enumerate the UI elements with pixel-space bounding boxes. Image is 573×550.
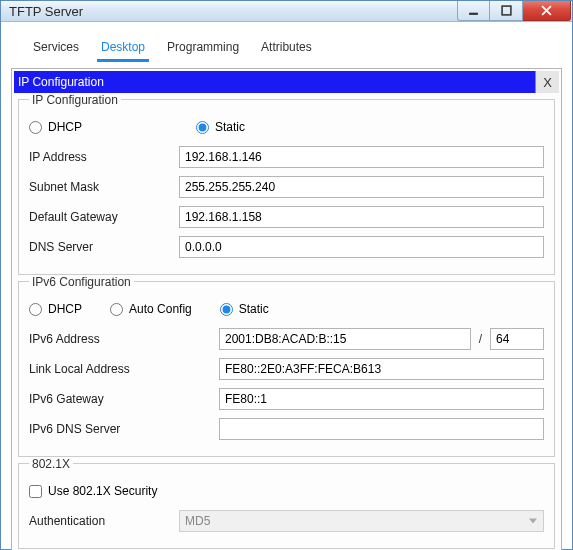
input-ipv6-address[interactable] — [219, 328, 471, 350]
ipv6-mode-row: DHCP Auto Config Static — [29, 296, 544, 322]
ipv4-dhcp-radio[interactable]: DHCP — [29, 120, 82, 134]
input-dns-server[interactable] — [179, 236, 544, 258]
input-link-local[interactable] — [219, 358, 544, 380]
ipv6-prefix-slash: / — [477, 332, 484, 346]
ipv4-static-label: Static — [215, 120, 245, 134]
label-link-local: Link Local Address — [29, 362, 219, 376]
fieldset-8021x: 802.1X Use 802.1X Security Authenticatio… — [18, 463, 555, 549]
ipv6-dhcp-label: DHCP — [48, 302, 82, 316]
panel-title: IP Configuration — [18, 75, 104, 89]
select-authentication: MD5 — [179, 510, 544, 532]
ipv6-dhcp-radio[interactable]: DHCP — [29, 302, 82, 316]
tab-desktop[interactable]: Desktop — [99, 36, 147, 62]
window-controls — [457, 1, 572, 21]
ipv6-static-radio[interactable]: Static — [220, 302, 269, 316]
tab-programming[interactable]: Programming — [165, 36, 241, 62]
window-title: TFTP Server — [9, 4, 83, 19]
content-scroll[interactable]: IP Configuration X IP Configuration DHCP — [12, 69, 561, 550]
checkbox-use-8021x[interactable] — [29, 485, 42, 498]
label-authentication: Authentication — [29, 514, 179, 528]
fieldset-ipv6: IPv6 Configuration DHCP Auto Config — [18, 281, 555, 457]
input-default-gateway[interactable] — [179, 206, 544, 228]
legend-8021x: 802.1X — [29, 457, 73, 471]
ipv6-auto-radio[interactable]: Auto Config — [110, 302, 192, 316]
ipv6-static-label: Static — [239, 302, 269, 316]
ipv6-static-input[interactable] — [220, 303, 233, 316]
label-ip-address: IP Address — [29, 150, 179, 164]
label-dns-server: DNS Server — [29, 240, 179, 254]
ipv6-auto-label: Auto Config — [129, 302, 192, 316]
maximize-button[interactable] — [490, 1, 523, 21]
ipv4-dhcp-input[interactable] — [29, 121, 42, 134]
label-default-gateway: Default Gateway — [29, 210, 179, 224]
panel-header: IP Configuration X — [14, 71, 559, 93]
close-button[interactable] — [523, 1, 571, 21]
input-subnet-mask[interactable] — [179, 176, 544, 198]
label-use-8021x: Use 802.1X Security — [48, 484, 157, 498]
ipv4-static-input[interactable] — [196, 121, 209, 134]
titlebar: TFTP Server — [1, 1, 572, 22]
tabstrip: Services Desktop Programming Attributes — [1, 22, 572, 62]
label-ipv6-dns: IPv6 DNS Server — [29, 422, 219, 436]
label-subnet-mask: Subnet Mask — [29, 180, 179, 194]
svg-rect-1 — [502, 6, 511, 15]
tab-services[interactable]: Services — [31, 36, 81, 62]
input-ipv6-gateway[interactable] — [219, 388, 544, 410]
ipv4-dhcp-label: DHCP — [48, 120, 82, 134]
ipv6-dhcp-input[interactable] — [29, 303, 42, 316]
label-ipv6-address: IPv6 Address — [29, 332, 219, 346]
fieldset-ipv4: IP Configuration DHCP Static — [18, 99, 555, 275]
panel-close-button[interactable]: X — [535, 71, 559, 93]
input-ipv6-dns[interactable] — [219, 418, 544, 440]
legend-ipv6: IPv6 Configuration — [29, 275, 134, 289]
legend-ipv4: IP Configuration — [29, 93, 121, 107]
minimize-button[interactable] — [457, 1, 490, 21]
input-ipv6-prefix[interactable] — [490, 328, 544, 350]
label-ipv6-gateway: IPv6 Gateway — [29, 392, 219, 406]
ipv6-auto-input[interactable] — [110, 303, 123, 316]
svg-rect-0 — [469, 13, 478, 15]
input-ip-address[interactable] — [179, 146, 544, 168]
tab-attributes[interactable]: Attributes — [259, 36, 314, 62]
ipv4-mode-row: DHCP Static — [29, 114, 544, 140]
ipv4-static-radio[interactable]: Static — [196, 120, 245, 134]
select-authentication-value: MD5 — [185, 514, 210, 528]
